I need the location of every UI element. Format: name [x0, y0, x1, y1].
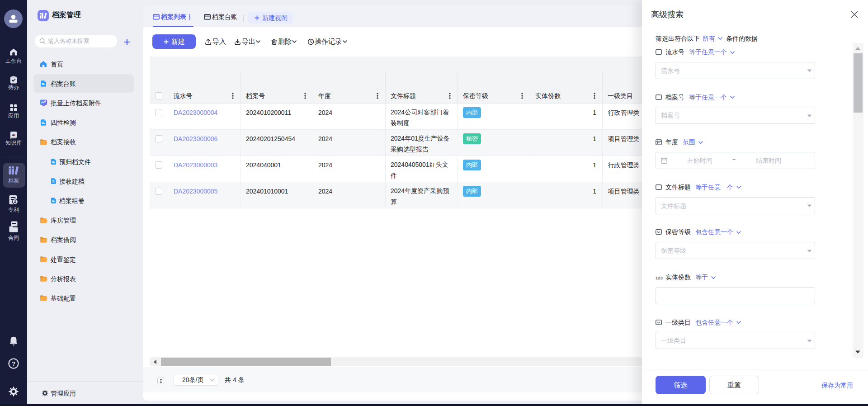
svg-text:AI: AI: [12, 133, 15, 137]
svg-text:123: 123: [656, 275, 663, 280]
svg-text:?: ?: [12, 360, 15, 367]
